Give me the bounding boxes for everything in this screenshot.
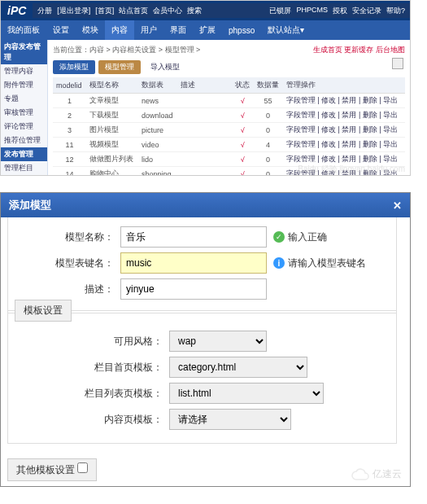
hdr-link[interactable]: 已锁屏: [269, 6, 291, 16]
view-toggle-icon[interactable]: [392, 58, 403, 69]
table-row: 11视频模型video√4字段管理 | 修改 | 禁用 | 删除 | 导出: [53, 138, 405, 152]
cell-ops[interactable]: 字段管理 | 修改 | 禁用 | 删除 | 导出: [283, 94, 405, 108]
cell-ops[interactable]: 字段管理 | 修改 | 禁用 | 删除 | 导出: [283, 123, 405, 138]
sidebar-item[interactable]: 管理内容: [1, 64, 47, 78]
dialog-body: 基本信息 模型名称： ✓ 输入正确 模型表键名： i 请输入模型表键名 描述：: [1, 217, 410, 486]
cell-status: √: [232, 167, 254, 177]
col-table: 数据表: [138, 77, 177, 94]
nav-item[interactable]: 模块: [76, 20, 105, 40]
sidebar-item[interactable]: 推荐位管理: [1, 134, 47, 147]
sidebar-item[interactable]: 评论管理: [1, 120, 47, 134]
hdr-link[interactable]: [首页]: [95, 6, 114, 16]
checkbox-other-template[interactable]: [77, 462, 88, 473]
cell-ops[interactable]: 字段管理 | 修改 | 禁用 | 删除 | 导出: [283, 108, 405, 123]
breadcrumb-actions[interactable]: 生成首页 更新缓存 后台地图: [313, 45, 405, 55]
nav-item[interactable]: phpsso: [222, 20, 261, 40]
cell-count: 0: [254, 108, 283, 123]
content-tabs: 添加模型 模型管理 导入模型: [53, 60, 405, 74]
info-icon: i: [273, 257, 285, 269]
select-show-tpl[interactable]: 请选择: [169, 409, 291, 430]
select-list-tpl[interactable]: list.html: [169, 383, 324, 404]
fieldset-template: 模板设置 可用风格： wap 栏目首页模板： category.html 栏目列…: [7, 310, 397, 444]
cell-table: news: [138, 94, 177, 108]
nav-item[interactable]: 设置: [46, 20, 76, 40]
tab-add-model[interactable]: 添加模型: [53, 60, 95, 74]
sidebar-section: 内容发布管理: [1, 40, 47, 64]
admin-panel: iPC 分册 [退出登录] [首页] 站点首页 会员中心 搜索 已锁屏 PHPC…: [0, 0, 411, 176]
hint-ok: ✓ 输入正确: [273, 230, 327, 244]
hdr-link[interactable]: 安全记录: [352, 6, 381, 16]
select-category-tpl[interactable]: category.html: [169, 357, 307, 378]
cell-id: 14: [53, 167, 86, 177]
sidebar-item[interactable]: 批量更新栏目页: [1, 175, 47, 176]
cell-id: 12: [53, 152, 86, 167]
label-table-name: 模型表键名：: [16, 256, 114, 270]
main-content: 当前位置：内容 > 内容相关设置 > 模型管理 > 生成首页 更新缓存 后台地图…: [48, 40, 410, 176]
table-row: 3图片模型picture√0字段管理 | 修改 | 禁用 | 删除 | 导出: [53, 123, 405, 138]
cell-desc: [177, 108, 232, 123]
cell-desc: [177, 167, 232, 177]
model-table: modelid 模型名称 数据表 描述 状态 数据量 管理操作 1文章模型new…: [53, 77, 405, 176]
sidebar-section: 发布管理: [1, 147, 47, 161]
cell-desc: [177, 138, 232, 152]
nav-item[interactable]: 默认站点▾: [261, 20, 311, 40]
legend-other: 其他模板设置: [7, 458, 97, 481]
cloud-icon: [351, 468, 369, 481]
hint-info: i 请输入模型表键名: [273, 256, 366, 270]
cell-desc: [177, 94, 232, 108]
hdr-link[interactable]: 分册: [37, 6, 52, 16]
sidebar-item[interactable]: 附件管理: [1, 78, 47, 92]
sidebar-item[interactable]: 审核管理: [1, 106, 47, 120]
watermark-bottom: 亿速云: [351, 467, 402, 481]
hdr-link[interactable]: 搜索: [187, 6, 202, 16]
nav-item[interactable]: 我的面板: [1, 20, 46, 40]
nav-item[interactable]: 扩展: [193, 20, 222, 40]
col-count: 数据量: [254, 77, 283, 94]
tab-manage-model[interactable]: 模型管理: [98, 60, 141, 74]
col-ops: 管理操作: [283, 77, 405, 94]
input-table-name[interactable]: [120, 252, 267, 274]
nav-item[interactable]: 用户: [134, 20, 163, 40]
label-list-tpl: 栏目列表页模板：: [16, 387, 163, 401]
dialog-titlebar: 添加模型 ✕: [1, 193, 410, 217]
cell-desc: [177, 123, 232, 138]
cell-ops[interactable]: 字段管理 | 修改 | 禁用 | 删除 | 导出: [283, 138, 405, 152]
nav-item-active[interactable]: 内容: [105, 20, 134, 40]
sidebar-item[interactable]: 专题: [1, 92, 47, 106]
cell-status: √: [232, 138, 254, 152]
dialog-title: 添加模型: [9, 198, 51, 213]
watermark: Baidu 经验 jingyan.baidu.com: [298, 164, 405, 175]
input-desc[interactable]: [120, 278, 267, 300]
cell-table: picture: [138, 123, 177, 138]
label-desc: 描述：: [16, 283, 114, 296]
cell-name: 购物中心: [86, 167, 138, 177]
top-nav: 我的面板 设置 模块 内容 用户 界面 扩展 phpsso 默认站点▾: [1, 20, 410, 40]
breadcrumb-path: 当前位置：内容 > 内容相关设置 > 模型管理 >: [53, 45, 200, 55]
sidebar-item[interactable]: 管理栏目: [1, 161, 47, 175]
cell-count: 0: [254, 152, 283, 167]
add-model-dialog: 添加模型 ✕ 基本信息 模型名称： ✓ 输入正确 模型表键名： i 请输入模型表…: [0, 192, 411, 487]
tab-import-model[interactable]: 导入模型: [144, 60, 186, 74]
hdr-link[interactable]: PHPCMS: [296, 6, 328, 16]
cell-status: √: [232, 152, 254, 167]
label-category-tpl: 栏目首页模板：: [16, 361, 163, 375]
cell-count: 4: [254, 138, 283, 152]
nav-item[interactable]: 界面: [163, 20, 193, 40]
hdr-link[interactable]: 站点首页: [119, 6, 148, 16]
logo: iPC: [1, 4, 33, 17]
cell-count: 0: [254, 123, 283, 138]
label-style: 可用风格：: [16, 335, 163, 348]
cell-name: 视频模型: [86, 138, 138, 152]
hdr-link[interactable]: 会员中心: [153, 6, 182, 16]
cell-id: 11: [53, 138, 86, 152]
select-style[interactable]: wap: [169, 331, 267, 352]
close-icon[interactable]: ✕: [393, 199, 402, 212]
table-row: 2下载模型download√0字段管理 | 修改 | 禁用 | 删除 | 导出: [53, 108, 405, 123]
hdr-link[interactable]: 帮助?: [386, 6, 405, 16]
hdr-link[interactable]: 授权: [333, 6, 347, 16]
cell-status: √: [232, 123, 254, 138]
label-model-name: 模型名称：: [16, 230, 114, 244]
col-name: 模型名称: [86, 77, 138, 94]
hdr-link[interactable]: [退出登录]: [57, 6, 90, 16]
input-model-name[interactable]: [120, 226, 267, 248]
